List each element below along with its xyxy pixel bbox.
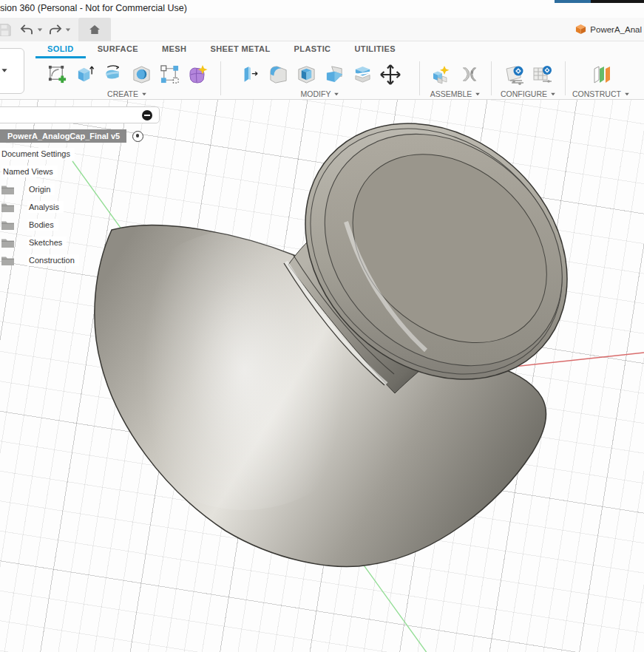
browser-root-item[interactable]: PowerA_AnalogCap_Final v5 [0,129,143,143]
undo-button[interactable] [18,21,35,38]
browser-item-label: Document Settings [0,148,75,160]
shell-button[interactable] [292,61,320,89]
rectangular-pattern-icon [160,64,180,84]
ribbon-group-configure: CONFIGURE [492,58,565,99]
construct-group-label[interactable]: CONSTRUCT [572,89,630,99]
left-flyout-stub[interactable] [0,48,24,94]
construct-plane-button[interactable] [587,61,615,89]
configuration-table-icon [532,64,553,85]
browser-item-label: Origin [27,183,55,195]
browser-tab-accent [555,0,591,3]
assemble-group-label-text: ASSEMBLE [430,89,472,98]
house-icon [89,24,101,35]
browser-panel: PowerA_AnalogCap_Final v5 Document Setti… [0,100,177,410]
new-component-button[interactable] [427,61,455,89]
fusion360-window: sion 360 (Personal - Not for Commercial … [0,0,644,652]
redo-button[interactable] [46,21,64,38]
modify-group-label-text: MODIFY [301,89,331,98]
modify-group-label[interactable]: MODIFY [301,89,340,99]
folder-icon [1,185,14,194]
press-pull-button[interactable] [236,61,264,89]
save-button[interactable] [0,21,13,38]
new-component-icon [430,64,453,85]
quick-access-toolbar: PowerA_Anal [0,18,644,41]
joint-icon [459,64,480,84]
revolve-button[interactable] [99,61,127,89]
viewport-canvas[interactable]: PowerA_AnalogCap_Final v5 Document Setti… [0,100,644,652]
window-titlebar: sion 360 (Personal - Not for Commercial … [0,0,644,18]
browser-item-bodies[interactable]: Bodies [0,218,58,231]
folder-icon [1,220,14,230]
folder-icon [1,238,14,248]
extrude-button[interactable] [71,61,99,89]
browser-item-sketches[interactable]: Sketches [0,236,67,249]
dropdown-arrow-icon [142,92,146,95]
ribbon-group-create: CREATE [34,58,220,99]
browser-item-label: Named Views [1,166,58,177]
tab-surface[interactable]: SURFACE [86,41,150,58]
browser-item-construction[interactable]: Construction [0,254,79,267]
shell-icon [296,64,316,84]
window-title: sion 360 (Personal - Not for Commercial … [0,3,187,13]
fillet-button[interactable] [264,61,292,89]
tab-plastic[interactable]: PLASTIC [282,41,343,58]
undo-dropdown-arrow-icon[interactable] [38,29,42,32]
dropdown-arrow-icon [475,92,480,95]
browser-item-named-views[interactable]: Named Views [1,165,58,178]
radio-dot-icon[interactable] [132,131,143,142]
orange-cube-icon [575,24,586,35]
browser-header-bar[interactable] [0,106,160,123]
rectangular-pattern-button[interactable] [155,61,183,89]
create-group-label-text: CREATE [107,89,138,98]
tab-solid[interactable]: SOLID [35,41,86,58]
browser-tab-dark [591,0,644,3]
create-form-button[interactable] [183,61,211,89]
tab-sheet-metal[interactable]: SHEET METAL [198,41,282,58]
document-tab-strip [111,18,644,41]
fillet-icon [268,64,288,84]
home-tab-button[interactable] [78,18,111,41]
browser-item-document-settings[interactable]: Document Settings [0,147,75,160]
configuration-button[interactable] [501,61,529,89]
move-copy-button[interactable] [376,61,404,89]
minus-circle-icon[interactable] [142,110,152,120]
ribbon-group-construct: CONSTRUCT [566,58,637,99]
browser-item-analysis[interactable]: Analysis [0,200,64,214]
create-group-label[interactable]: CREATE [107,89,147,99]
press-pull-icon [240,64,260,84]
dropdown-arrow-icon [551,92,555,95]
browser-item-label: Construction [27,254,79,266]
configure-group-label-text: CONFIGURE [501,89,547,98]
construct-plane-icon [590,64,612,85]
tab-mesh[interactable]: MESH [150,41,198,58]
ribbon-group-assemble: ASSEMBLE [420,58,491,99]
construct-group-label-text: CONSTRUCT [572,89,621,98]
document-title-text: PowerA_Anal [590,25,642,34]
floppy-disk-icon [0,23,12,37]
assemble-group-label[interactable]: ASSEMBLE [430,89,481,99]
browser-item-origin[interactable]: Origin [0,183,55,196]
combine-button[interactable] [320,61,348,89]
folder-icon [1,203,14,212]
redo-arrow-icon [48,24,62,35]
hole-button[interactable] [127,61,155,89]
create-sketch-button[interactable] [43,61,71,89]
configure-group-label[interactable]: CONFIGURE [501,89,556,99]
document-title-badge[interactable]: PowerA_Anal [575,24,642,35]
browser-root-label[interactable]: PowerA_AnalogCap_Final v5 [0,129,126,143]
dropdown-arrow-icon [335,92,339,95]
tab-utilities[interactable]: UTILITIES [342,41,407,58]
configuration-icon [504,64,525,85]
redo-dropdown-arrow-icon[interactable] [66,29,70,32]
ribbon-group-modify: MODIFY [221,58,419,99]
move-copy-icon [379,64,401,86]
undo-arrow-icon [20,24,34,35]
joint-button[interactable] [455,61,484,89]
create-sketch-icon [47,64,67,84]
configuration-table-button[interactable] [529,61,557,89]
folder-icon [1,256,14,265]
split-body-button[interactable] [348,61,376,89]
ribbon-tab-bar: SOLID SURFACE MESH SHEET METAL PLASTIC U… [0,41,644,58]
browser-item-label: Bodies [27,219,58,231]
hole-icon [132,64,152,84]
